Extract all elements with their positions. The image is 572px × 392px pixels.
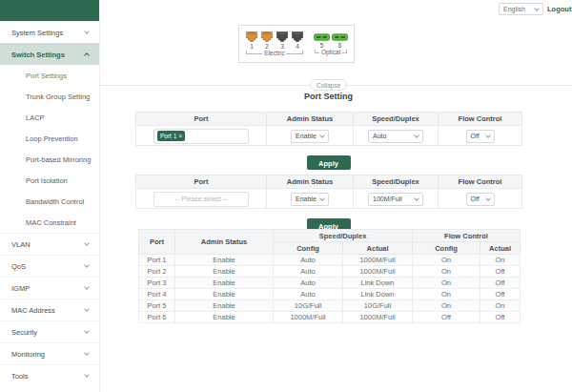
- cell-speed-config: 10G/Full: [274, 300, 343, 312]
- cell-flow-config: On: [413, 266, 480, 278]
- admin-status-select[interactable]: Enable: [291, 193, 329, 206]
- table-row: Port 3 Enable Auto Link Down On Off: [139, 278, 521, 289]
- sidebar-item-label: QoS: [11, 262, 26, 271]
- rj45-port-down-icon: [291, 31, 304, 42]
- port-number: 5: [320, 42, 324, 49]
- sidebar-item-system-settings[interactable]: System Settings: [0, 21, 99, 43]
- cell-flow-config: On: [413, 300, 480, 312]
- cell-port: Port 5: [139, 300, 175, 312]
- selected-port-tag[interactable]: Port 1 ×: [157, 131, 185, 141]
- speed-duplex-select[interactable]: 100M/Full: [368, 193, 423, 206]
- sidebar-subitem-bandwidth-control[interactable]: Bandwidth Control: [0, 191, 99, 212]
- language-value: English: [503, 6, 525, 12]
- subitem-label: Bandwidth Control: [26, 197, 84, 206]
- sidebar-item-igmp[interactable]: IGMP: [0, 277, 99, 299]
- sidebar-subitem-loop-prevention[interactable]: Loop Prevention: [0, 128, 99, 149]
- collapse-button[interactable]: Collapse: [310, 79, 347, 91]
- flow-control-select[interactable]: Off: [466, 193, 495, 206]
- cell-flow-actual: Off: [480, 289, 521, 300]
- port-1[interactable]: 1: [245, 31, 258, 50]
- cell-admin: Enable: [175, 312, 274, 323]
- select-value: Enable: [296, 133, 317, 139]
- col-header-admin-status: Admin Status: [175, 230, 274, 255]
- table-row: Port 5 Enable 10G/Full 10G/Full On On: [139, 300, 521, 312]
- cell-speed-actual: 1000M/Full: [343, 312, 413, 323]
- cell-speed-config: 1000M/Full: [274, 312, 343, 323]
- sidebar-item-monitoring[interactable]: Monitoring: [0, 342, 99, 364]
- admin-status-select[interactable]: Enable: [291, 130, 329, 143]
- chevron-up-icon: [84, 52, 90, 58]
- sidebar-item-security[interactable]: Security: [0, 320, 99, 342]
- sidebar-subitem-trunk-group-setting[interactable]: Trunk Group Setting: [0, 86, 99, 107]
- port-status-table: Port Admin Status Speed/Duplex Flow Cont…: [138, 229, 521, 323]
- chevron-down-icon: [485, 133, 491, 138]
- col-header-flow-actual: Actual: [480, 242, 521, 255]
- page-title: Port Setting: [135, 92, 521, 101]
- sidebar-subitem-port-based-mirroring[interactable]: Port-based Mirroring: [0, 149, 99, 170]
- sidebar-item-label: System Settings: [11, 29, 63, 37]
- cell-speed-actual: 1000M/Full: [343, 266, 413, 278]
- col-header-flow-control: Flow Control: [439, 175, 522, 189]
- select-value: Off: [471, 133, 480, 139]
- sidebar-subitem-mac-constraint[interactable]: MAC Constraint: [0, 212, 99, 233]
- cell-flow-config: Off: [413, 312, 480, 323]
- chevron-down-icon: [319, 196, 325, 201]
- sidebar-subitem-port-settings[interactable]: Port Settings: [0, 65, 99, 86]
- apply-button[interactable]: Apply: [307, 155, 351, 170]
- port-3[interactable]: 3: [276, 31, 289, 50]
- cell-speed-config: Auto: [274, 289, 343, 300]
- sidebar-item-tools[interactable]: Tools: [0, 364, 99, 386]
- cell-port: Port 1: [139, 255, 175, 266]
- sidebar-item-vlan[interactable]: VLAN: [0, 233, 99, 255]
- port-number: 3: [280, 43, 284, 50]
- optical-group-label: Optical: [319, 49, 342, 56]
- electric-group-label: Electric: [262, 50, 286, 57]
- port-4[interactable]: 4: [291, 31, 304, 50]
- port-number: 4: [296, 43, 299, 50]
- chevron-down-icon: [84, 306, 90, 312]
- col-header-port: Port: [139, 230, 175, 255]
- sidebar-subitem-lacp[interactable]: LACP: [0, 107, 99, 128]
- sidebar-item-label: Security: [11, 328, 37, 337]
- sidebar-item-mac-address[interactable]: MAC Address: [0, 299, 99, 320]
- sidebar-item-switch-settings[interactable]: Switch Settings: [0, 43, 99, 65]
- port-status-table-wrap: Port Admin Status Speed/Duplex Flow Cont…: [138, 229, 520, 323]
- col-header-port: Port: [136, 113, 267, 126]
- cell-speed-actual: Link Down: [343, 289, 413, 300]
- port-multiselect-input[interactable]: -- Please select --: [153, 192, 249, 207]
- col-header-flow-control: Flow Control: [413, 230, 521, 242]
- cell-speed-actual: 10G/Full: [343, 300, 413, 312]
- cell-speed-actual: 1000M/Full: [343, 255, 413, 266]
- table-row: Port 6 Enable 1000M/Full 1000M/Full Off …: [139, 312, 521, 323]
- speed-duplex-select[interactable]: Auto: [368, 130, 423, 143]
- remove-tag-icon[interactable]: ×: [178, 133, 182, 140]
- cell-port: Port 6: [139, 312, 175, 323]
- chevron-down-icon: [414, 133, 419, 138]
- port-6[interactable]: 6: [332, 31, 348, 49]
- electric-group-bracket: Electric: [246, 51, 303, 54]
- logout-link[interactable]: Logout: [547, 5, 571, 13]
- language-select[interactable]: English: [499, 3, 543, 15]
- chevron-down-icon: [534, 6, 540, 11]
- placeholder-text: -- Please select --: [175, 196, 228, 202]
- form-table: Port Admin Status Speed/Duplex Flow Cont…: [135, 175, 522, 209]
- sidebar-item-label: VLAN: [11, 240, 31, 249]
- subitem-label: Loop Prevention: [26, 134, 78, 143]
- cell-flow-actual: On: [480, 300, 521, 312]
- sfp-port-icon: [314, 33, 330, 41]
- cell-flow-config: On: [413, 289, 480, 300]
- cell-port: Port 2: [139, 266, 175, 278]
- sidebar-subitem-port-isolation[interactable]: Port Isolation: [0, 170, 99, 191]
- cell-port: Port 4: [139, 289, 175, 300]
- port-multiselect-input[interactable]: Port 1 ×: [153, 129, 249, 144]
- electric-port-group: 1 2 3 4 Electric: [245, 31, 304, 54]
- chevron-down-icon: [319, 133, 325, 138]
- port-2[interactable]: 2: [260, 31, 274, 50]
- flow-control-select[interactable]: Off: [466, 130, 495, 143]
- cell-admin: Enable: [175, 289, 274, 300]
- cell-flow-config: On: [413, 255, 480, 266]
- col-header-flow-control: Flow Control: [439, 113, 522, 126]
- port-5[interactable]: 5: [314, 31, 330, 49]
- sidebar-item-qos[interactable]: QoS: [0, 255, 99, 277]
- cell-admin: Enable: [175, 300, 274, 312]
